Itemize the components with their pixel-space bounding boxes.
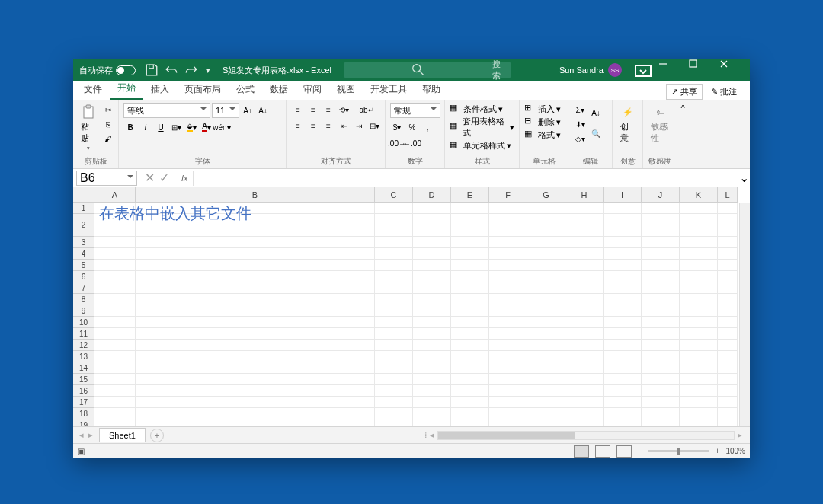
row-header[interactable]: 14 [73, 362, 94, 374]
row-header[interactable]: 10 [73, 317, 94, 328]
cell[interactable] [375, 328, 413, 340]
cell[interactable] [413, 271, 451, 282]
cell[interactable] [604, 294, 642, 305]
cell[interactable] [451, 340, 489, 351]
cell[interactable] [136, 374, 375, 385]
cell[interactable] [451, 362, 489, 374]
column-header[interactable]: L [718, 187, 738, 203]
cell[interactable] [451, 408, 489, 419]
cell[interactable] [375, 237, 413, 248]
cell[interactable] [489, 294, 527, 305]
cell[interactable] [94, 397, 136, 408]
cell[interactable] [413, 374, 451, 385]
column-header[interactable]: D [413, 187, 451, 203]
bold-button[interactable]: B [123, 120, 137, 134]
cell[interactable] [642, 328, 680, 340]
zoom-slider[interactable] [648, 450, 709, 452]
currency-icon[interactable]: $▾ [390, 120, 404, 134]
cell[interactable] [527, 305, 565, 317]
cell[interactable] [642, 237, 680, 248]
cell[interactable] [94, 408, 136, 419]
number-format-combo[interactable]: 常规 [390, 103, 440, 118]
cell[interactable] [136, 328, 375, 340]
cell[interactable] [451, 237, 489, 248]
cell[interactable] [718, 408, 738, 419]
cell[interactable] [489, 203, 527, 214]
accept-formula-icon[interactable]: ✓ [159, 171, 169, 185]
cell[interactable] [451, 260, 489, 271]
autosave-toggle[interactable]: 自动保存 [73, 65, 142, 76]
cell[interactable] [451, 248, 489, 260]
cell[interactable] [604, 408, 642, 419]
cell[interactable] [94, 385, 136, 397]
fx-icon[interactable]: fx [177, 174, 193, 183]
row-headers[interactable]: 1234567891011121314151617181920 [73, 187, 94, 426]
row-header[interactable]: 7 [73, 282, 94, 294]
cell[interactable] [718, 351, 738, 362]
italic-button[interactable]: I [139, 120, 152, 134]
column-header[interactable]: G [527, 187, 565, 203]
cell[interactable] [642, 271, 680, 282]
ribbon-options-icon[interactable] [628, 59, 658, 81]
cell[interactable] [413, 419, 451, 426]
cell[interactable] [375, 248, 413, 260]
ideas-button[interactable]: ⚡ 创意 [617, 103, 639, 145]
align-center-icon[interactable]: ≡ [306, 119, 320, 132]
cell[interactable] [718, 362, 738, 374]
row-header[interactable]: 8 [73, 294, 94, 305]
cell[interactable] [718, 294, 738, 305]
row-header[interactable]: 6 [73, 271, 94, 282]
cell[interactable] [642, 214, 680, 237]
cell[interactable] [565, 374, 604, 385]
cells-area[interactable] [94, 203, 738, 426]
cell[interactable] [136, 260, 375, 271]
column-header[interactable]: K [680, 187, 718, 203]
cell[interactable] [604, 340, 642, 351]
cell[interactable] [451, 294, 489, 305]
cell[interactable] [451, 282, 489, 294]
cell[interactable] [604, 397, 642, 408]
cell[interactable] [642, 294, 680, 305]
user-account[interactable]: Sun Sandra SS [553, 63, 628, 77]
cell[interactable] [527, 317, 565, 328]
cell[interactable] [718, 271, 738, 282]
spreadsheet-grid[interactable]: ABCDEFGHIJKL 123456789101112131415161718… [73, 187, 750, 426]
zoom-thumb[interactable] [677, 448, 680, 455]
cell[interactable] [604, 260, 642, 271]
cell[interactable] [413, 248, 451, 260]
cell[interactable] [680, 385, 718, 397]
orientation-icon[interactable]: ⟲▾ [337, 103, 351, 116]
cell[interactable] [136, 317, 375, 328]
cell[interactable] [136, 340, 375, 351]
cell[interactable] [718, 340, 738, 351]
cell[interactable] [718, 385, 738, 397]
cell[interactable] [451, 271, 489, 282]
expand-formula-icon[interactable]: ⌄ [738, 171, 750, 185]
cell[interactable] [94, 260, 136, 271]
cell[interactable] [527, 282, 565, 294]
phonetic-button[interactable]: wén▾ [215, 120, 229, 134]
find-icon[interactable]: 🔍 [589, 123, 603, 143]
cell[interactable] [413, 397, 451, 408]
tab-file[interactable]: 文件 [76, 79, 110, 100]
column-header[interactable]: I [604, 187, 642, 203]
cell[interactable] [413, 351, 451, 362]
zoom-level[interactable]: 100% [725, 447, 745, 455]
row-header[interactable]: 2 [73, 214, 94, 237]
cell[interactable] [136, 248, 375, 260]
cell[interactable] [375, 203, 413, 214]
cell[interactable] [413, 260, 451, 271]
close-icon[interactable] [719, 59, 750, 81]
vertical-scrollbar[interactable] [739, 203, 750, 426]
cell[interactable] [527, 248, 565, 260]
cell[interactable] [718, 214, 738, 237]
cell[interactable] [489, 351, 527, 362]
row-header[interactable]: 15 [73, 374, 94, 385]
merge-button[interactable]: ⊟▾ [367, 119, 381, 132]
column-headers[interactable]: ABCDEFGHIJKL [94, 187, 738, 203]
cell[interactable] [527, 260, 565, 271]
cell[interactable] [565, 340, 604, 351]
cell[interactable] [375, 419, 413, 426]
cell[interactable] [527, 271, 565, 282]
decrease-decimal-icon[interactable]: ←.00 [405, 136, 419, 150]
